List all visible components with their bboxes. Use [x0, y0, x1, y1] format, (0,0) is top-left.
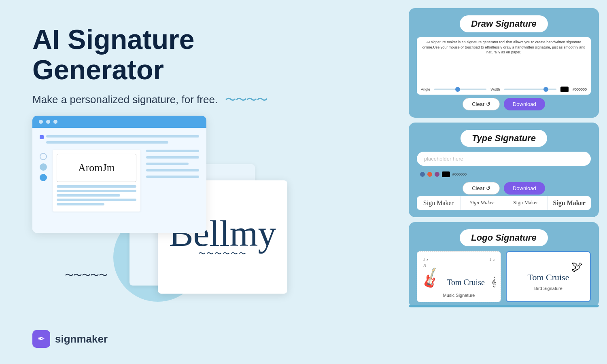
doc-line — [46, 135, 199, 138]
bird-label: Bird Signature — [534, 286, 562, 291]
hero-title: AI Signature Generator — [32, 24, 308, 85]
doc-line — [146, 176, 199, 178]
slider-row: Angle Width #000000 — [417, 84, 591, 95]
browser-bar — [32, 116, 206, 128]
signature-box: AromJm — [57, 154, 136, 182]
color-dot-purple[interactable] — [435, 172, 439, 177]
font-preview-row: Sign Maker Sign Maker Sign Maker Sign Ma… — [417, 196, 591, 210]
type-action-row: Clear ↺ Download — [417, 182, 591, 195]
doc-line — [57, 194, 120, 197]
music-notes-left: ♩ ♪ ♫ — [423, 257, 429, 268]
width-label: Width — [490, 87, 500, 91]
guitar-icon: 🎸 — [418, 266, 443, 290]
bird-sig-text: Tom Cruise — [511, 272, 586, 283]
draw-signature-title: Draw Signature — [460, 15, 548, 32]
signmaker-logo-icon: ✒ — [32, 330, 50, 348]
music-label: Music Signature — [443, 293, 475, 298]
illustration-area: AromJm — [32, 116, 380, 318]
sig-underline: 〜〜〜〜〜〜 — [198, 249, 247, 258]
logo-signature-section: Logo Signature ♩ ♪ ♫ ♩ ♪ 🎸 Tom Cruise — [409, 222, 599, 307]
doc-line — [146, 169, 199, 171]
doc-circle — [40, 153, 47, 160]
width-slider[interactable] — [504, 89, 556, 90]
logo-signature-title: Logo Signature — [460, 229, 548, 246]
bottom-bar — [409, 305, 599, 307]
hero-subtitle-text: Make a personalized signature, for free. — [32, 93, 218, 106]
right-panel: Draw Signature AI signature maker is an … — [405, 0, 607, 364]
logo-grid: ♩ ♪ ♫ ♩ ♪ 🎸 Tom Cruise 𝄞 Music Signature — [417, 251, 591, 302]
doc-row: AromJm — [40, 150, 199, 212]
draw-clear-button[interactable]: Clear ↺ — [463, 98, 500, 110]
browser-content: AromJm — [32, 128, 206, 233]
squiggle-decoration: 〜〜〜〜 — [225, 92, 267, 108]
bottom-squiggle: 〜〜〜〜〜 — [65, 269, 107, 281]
draw-canvas[interactable]: AI signature maker is an signature gener… — [417, 37, 591, 84]
treble-clef: 𝄞 — [491, 277, 497, 287]
doc-line — [46, 141, 168, 144]
angle-thumb[interactable] — [455, 87, 460, 92]
music-sig-text: Tom Cruise — [447, 278, 485, 287]
hero-subtitle: Make a personalized signature, for free.… — [32, 92, 380, 108]
type-color-swatch[interactable] — [442, 171, 450, 177]
doc-circle — [40, 163, 47, 171]
browser-dot-2 — [46, 120, 50, 124]
type-signature-section: Type Signature placeholder here #000000 … — [409, 123, 599, 217]
doc-line — [146, 150, 199, 152]
font-preview-4[interactable]: Sign Maker — [548, 196, 591, 210]
type-signature-title: Type Signature — [461, 130, 547, 147]
doc-circle — [40, 174, 47, 181]
draw-download-button[interactable]: Download — [504, 98, 545, 110]
type-clear-button[interactable]: Clear ↺ — [463, 182, 500, 195]
draw-description: AI signature maker is an signature gener… — [417, 37, 591, 56]
doc-lines-right — [146, 150, 199, 212]
doc-line — [57, 199, 136, 201]
doc-line — [57, 185, 136, 188]
browser-mockup: AromJm — [32, 116, 206, 233]
width-thumb[interactable] — [543, 87, 548, 92]
font-preview-3[interactable]: Sign Maker — [504, 196, 548, 210]
doc-line — [146, 163, 189, 165]
bird-signature-card[interactable]: 🕊 Tom Cruise Bird Signature — [506, 251, 591, 302]
angle-slider[interactable] — [434, 89, 486, 90]
type-input-area[interactable]: placeholder here — [417, 152, 591, 166]
color-dot-blue[interactable] — [420, 172, 425, 177]
music-icons: ♩ ♪ ♫ ♩ ♪ 🎸 Tom Cruise 𝄞 — [421, 257, 497, 290]
type-placeholder: placeholder here — [424, 156, 584, 162]
doc-line — [57, 203, 104, 205]
browser-dot-3 — [53, 120, 57, 124]
draw-action-row: Clear ↺ Download — [417, 98, 591, 110]
browser-dot-1 — [39, 120, 43, 124]
color-dot-red[interactable] — [427, 172, 432, 177]
music-notes-right: ♩ ♪ — [489, 257, 495, 262]
font-preview-2[interactable]: Sign Maker — [461, 196, 504, 210]
doc-line — [146, 156, 199, 159]
logo-area: ✒ signmaker — [32, 330, 380, 348]
color-dot-row: #000000 — [417, 170, 591, 179]
logo-text: signmaker — [55, 333, 108, 345]
angle-label: Angle — [421, 87, 430, 91]
type-download-button[interactable]: Download — [504, 182, 545, 195]
doc-card: AromJm — [53, 150, 140, 212]
font-preview-1[interactable]: Sign Maker — [417, 196, 461, 210]
color-swatch[interactable] — [560, 87, 569, 92]
doc-sidebar — [40, 150, 47, 212]
doc-line — [57, 190, 136, 192]
bird-area: 🕊 Tom Cruise — [511, 264, 586, 283]
left-panel: AI Signature Generator Make a personaliz… — [0, 0, 405, 364]
music-signature-card[interactable]: ♩ ♪ ♫ ♩ ♪ 🎸 Tom Cruise 𝄞 Music Signature — [417, 251, 501, 302]
color-label: #000000 — [573, 87, 587, 91]
type-color-label: #000000 — [452, 172, 467, 176]
draw-signature-section: Draw Signature AI signature maker is an … — [409, 8, 599, 118]
bird-icon: 🕊 — [571, 260, 583, 273]
